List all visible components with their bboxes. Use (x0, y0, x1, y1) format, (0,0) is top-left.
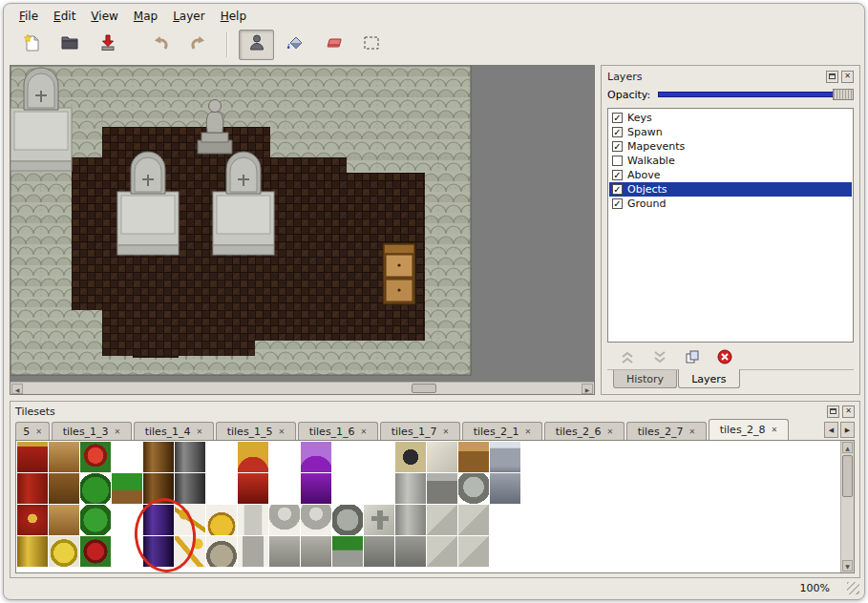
tabs-scroll-left-button[interactable]: ◀ (824, 422, 838, 438)
tab-close-icon[interactable]: ✕ (361, 427, 368, 436)
tile-framePicture[interactable] (395, 442, 427, 473)
layer-row-keys[interactable]: ✓Keys (609, 111, 852, 125)
tile-goldPile[interactable] (206, 505, 238, 536)
tab-close-icon[interactable]: ✕ (525, 427, 532, 436)
tile-pillarBase[interactable] (395, 536, 427, 568)
tile-stoneTile[interactable] (427, 505, 458, 536)
opacity-slider-track[interactable] (658, 92, 852, 97)
tile-statueAngel2[interactable] (238, 536, 269, 568)
tile-stoneTile[interactable] (458, 505, 490, 536)
tile-thronePurpleBottom[interactable] (301, 473, 332, 505)
tab-history[interactable]: History (613, 370, 677, 388)
tile-bannerRedTop[interactable] (17, 442, 49, 473)
layer-row-mapevents[interactable]: ✓Mapevents (609, 139, 852, 154)
tile-armorTop[interactable] (490, 442, 521, 473)
delete-layer-button[interactable] (714, 348, 735, 365)
tabs-scroll-right-button[interactable]: ▶ (840, 422, 855, 438)
menu-view[interactable]: View (83, 7, 125, 26)
tileset-tab-tiles_1_3[interactable]: tiles_1_3✕ (52, 422, 132, 440)
tile-armorBottom[interactable] (490, 473, 521, 505)
layer-row-above[interactable]: ✓Above (609, 168, 852, 182)
float-panel-button[interactable] (826, 71, 838, 83)
layer-visibility-checkbox[interactable]: ✓ (612, 113, 623, 123)
close-panel-button[interactable]: ✕ (841, 71, 854, 83)
menu-help[interactable]: Help (213, 7, 254, 26)
scroll-left-icon[interactable]: ◀ (11, 384, 23, 394)
tile-bannerRedMid[interactable] (17, 473, 49, 505)
tile-throneRedTop[interactable] (238, 442, 269, 473)
tile-bannerRedEmblem[interactable] (17, 505, 49, 536)
layer-row-ground[interactable]: ✓Ground (609, 197, 852, 211)
tile-stoneTile[interactable] (458, 536, 490, 568)
tile-rockPile[interactable] (206, 536, 238, 568)
tab-close-icon[interactable]: ✕ (772, 426, 778, 434)
stamp-tool-button[interactable] (239, 30, 274, 60)
tile-bannerGold[interactable] (17, 536, 49, 568)
undo-button[interactable] (142, 30, 178, 60)
tileset-tab-tiles_2_7[interactable]: tiles_2_7✕ (626, 422, 707, 440)
redo-button[interactable] (180, 30, 216, 60)
layer-row-objects[interactable]: ✓Objects (609, 182, 852, 197)
tile-gargoyle[interactable] (458, 473, 490, 505)
tile-doorGrayTop[interactable] (175, 442, 206, 473)
duplicate-layer-button[interactable] (682, 348, 703, 365)
tab-close-icon[interactable]: ✕ (443, 427, 450, 436)
menu-layer[interactable]: Layer (165, 7, 212, 26)
float-tilesets-button[interactable] (827, 405, 839, 418)
tile-gargoyle2[interactable] (332, 505, 364, 536)
tab-close-icon[interactable]: ✕ (115, 427, 121, 436)
map-view[interactable]: ◀ ▶ (10, 65, 595, 395)
open-button[interactable] (52, 30, 87, 60)
scroll-down-icon[interactable]: ▼ (842, 560, 853, 572)
tileset-scrollbar-thumb[interactable] (842, 455, 853, 497)
resize-grip[interactable] (847, 582, 859, 594)
tileset-tab-tiles_2_6[interactable]: tiles_2_6✕ (544, 422, 625, 440)
tab-close-icon[interactable]: ✕ (689, 427, 696, 436)
tile-statueAngel[interactable] (238, 505, 269, 536)
menu-map[interactable]: Map (126, 7, 165, 26)
tile-bananas[interactable] (49, 536, 80, 568)
tile-urnPlant[interactable] (332, 536, 364, 568)
tileset-tab-tiles_1_6[interactable]: tiles_1_6✕ (298, 422, 378, 440)
map-canvas[interactable] (11, 66, 594, 382)
layer-visibility-checkbox[interactable]: ✓ (612, 141, 623, 152)
tile-thronePurpleTop[interactable] (301, 442, 332, 473)
tileset-tab-5[interactable]: 5✕ (15, 422, 50, 440)
tile-berries[interactable] (80, 536, 112, 568)
save-button[interactable] (90, 30, 125, 60)
layer-up-button[interactable] (617, 348, 638, 365)
tab-close-icon[interactable]: ✕ (607, 427, 614, 436)
menu-edit[interactable]: Edit (46, 7, 83, 26)
tile-plantPot[interactable] (112, 473, 143, 505)
tile-loomBottom[interactable] (49, 473, 80, 505)
tileset-vertical-scrollbar[interactable]: ▲ ▼ (840, 441, 854, 572)
tileset-content[interactable]: ▲ ▼ (15, 440, 855, 573)
layer-list[interactable]: ✓Keys✓Spawn✓MapeventsWalkable✓Above✓Obje… (607, 108, 854, 343)
tile-doorBrownTop[interactable] (143, 442, 175, 473)
layer-visibility-checkbox[interactable]: ✓ (612, 184, 623, 195)
tile-obelisk[interactable] (395, 473, 427, 505)
tile-graveCross[interactable] (364, 505, 395, 536)
tile-cabinetGray[interactable] (427, 473, 458, 505)
scroll-right-icon[interactable]: ▶ (582, 384, 593, 394)
tileset-tab-tiles_1_4[interactable]: tiles_1_4✕ (134, 422, 214, 440)
tile-loomTop[interactable] (49, 505, 80, 536)
layer-row-spawn[interactable]: ✓Spawn (609, 125, 852, 139)
tile-pillarTop[interactable] (395, 505, 427, 536)
map-horizontal-scrollbar[interactable]: ◀ ▶ (11, 382, 594, 394)
opacity-slider[interactable] (658, 88, 854, 101)
tile-throneRedBottom[interactable] (238, 473, 269, 505)
select-tool-button[interactable] (353, 30, 389, 60)
tile-tilePale[interactable] (427, 442, 458, 473)
tile-statueWings[interactable] (269, 505, 301, 536)
tile-chestWood[interactable] (458, 442, 490, 473)
tile-plant[interactable] (80, 473, 112, 505)
tileset-tab-tiles_2_1[interactable]: tiles_2_1✕ (462, 422, 542, 440)
map-scrollbar-thumb[interactable] (412, 384, 436, 393)
layer-visibility-checkbox[interactable] (612, 156, 623, 166)
eraser-tool-button[interactable] (315, 30, 350, 60)
opacity-slider-handle[interactable] (833, 89, 854, 100)
tile-statueWings2[interactable] (301, 536, 332, 568)
fill-tool-button[interactable] (277, 30, 312, 60)
layer-row-walkable[interactable]: Walkable (609, 154, 852, 168)
